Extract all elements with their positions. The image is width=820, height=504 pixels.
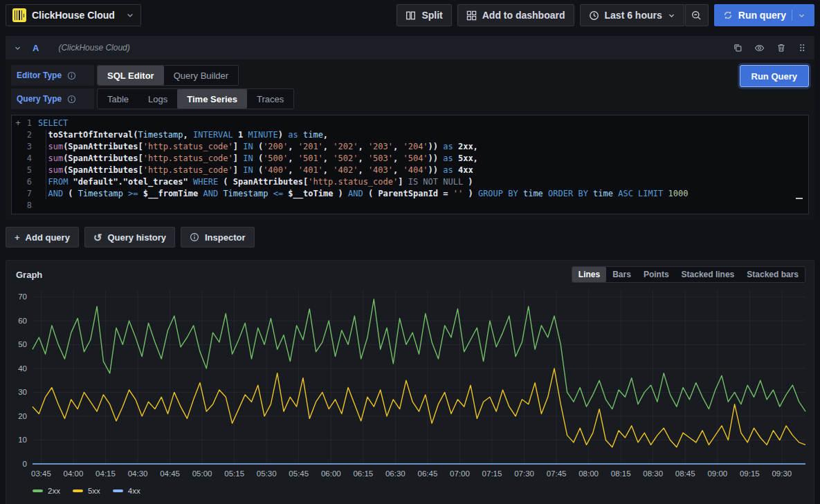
line-number: 5 bbox=[24, 165, 38, 176]
glyph-margin bbox=[12, 141, 24, 153]
duplicate-query-icon[interactable] bbox=[733, 43, 742, 53]
inspector-label: Inspector bbox=[205, 232, 246, 243]
legend-item-5xx[interactable]: 5xx bbox=[73, 487, 100, 495]
add-query-button[interactable]: + Add query bbox=[6, 227, 79, 248]
graph-panel-header: Graph LinesBarsPointsStacked linesStacke… bbox=[12, 265, 808, 284]
y-axis-tick-label: 10 bbox=[18, 436, 27, 444]
series-2xx[interactable] bbox=[33, 299, 805, 411]
x-axis-tick-label: 05:30 bbox=[257, 469, 277, 478]
zoom-out-icon bbox=[691, 10, 702, 21]
legend-item-2xx[interactable]: 2xx bbox=[33, 487, 60, 495]
code-text: AND ( Timestamp >= $__fromTime AND Times… bbox=[38, 188, 808, 200]
legend-label: 4xx bbox=[128, 487, 140, 495]
legend-label: 5xx bbox=[88, 487, 100, 495]
x-axis-tick-label: 09:30 bbox=[772, 469, 792, 478]
legend-item-4xx[interactable]: 4xx bbox=[113, 487, 140, 495]
option-bars[interactable]: Bars bbox=[606, 267, 637, 282]
inspector-button[interactable]: Inspector bbox=[181, 227, 255, 248]
add-to-dashboard-label: Add to dashboard bbox=[482, 10, 565, 21]
line-number: 1 bbox=[24, 118, 38, 129]
glyph-margin bbox=[12, 188, 24, 200]
chevron-down-icon bbox=[668, 12, 675, 19]
delete-query-trash-icon[interactable] bbox=[776, 43, 786, 53]
x-axis-tick-label: 07:45 bbox=[547, 469, 567, 478]
legend-swatch bbox=[113, 489, 123, 492]
hide-response-eye-icon[interactable] bbox=[754, 43, 765, 53]
run-query-inline-button[interactable]: Run Query bbox=[740, 65, 809, 87]
option-lines[interactable]: Lines bbox=[572, 267, 606, 282]
run-query-button[interactable]: Run query bbox=[714, 4, 814, 26]
code-line: 6 FROM "default"."otel_traces" WHERE ( S… bbox=[12, 176, 808, 188]
x-axis-tick-label: 06:45 bbox=[418, 469, 438, 478]
datasource-picker[interactable]: ClickHouse Cloud bbox=[6, 4, 141, 26]
indent-guide bbox=[46, 130, 46, 199]
zoom-out-time-button[interactable] bbox=[685, 4, 709, 26]
add-query-label: Add query bbox=[26, 232, 70, 243]
datasource-name: ClickHouse Cloud bbox=[32, 10, 115, 21]
x-axis-tick-label: 03:45 bbox=[31, 469, 51, 478]
clock-icon bbox=[589, 10, 599, 21]
code-text: SELECT bbox=[38, 118, 808, 129]
option-table[interactable]: Table bbox=[98, 89, 138, 109]
x-axis-tick-label: 06:30 bbox=[385, 469, 406, 478]
query-type-group: TableLogsTime SeriesTraces bbox=[97, 88, 294, 109]
x-axis-tick-label: 08:30 bbox=[643, 469, 663, 478]
glyph-margin bbox=[12, 176, 24, 188]
chart-legend: 2xx5xx4xx bbox=[12, 486, 808, 496]
x-axis-tick-label: 09:15 bbox=[740, 469, 760, 478]
code-text: FROM "default"."otel_traces" WHERE ( Spa… bbox=[38, 176, 808, 188]
x-axis-tick-label: 05:45 bbox=[289, 469, 309, 478]
chevron-down-icon[interactable] bbox=[798, 12, 805, 19]
y-axis-tick-label: 30 bbox=[18, 388, 27, 396]
explore-actions: + Add query ↺ Query history Inspector bbox=[6, 227, 814, 248]
time-series-chart[interactable]: 01020304050607003:4504:0004:1504:3004:45… bbox=[12, 284, 810, 486]
drag-handle-icon[interactable] bbox=[798, 43, 806, 53]
code-line: 8 bbox=[12, 200, 808, 212]
glyph-margin bbox=[12, 200, 24, 212]
query-history-label: Query history bbox=[107, 232, 166, 243]
sql-editor[interactable]: +1SELECT2 toStartOfInterval(Timestamp, I… bbox=[11, 115, 809, 214]
query-row-actions bbox=[733, 43, 806, 53]
code-line: 3 sum(SpanAttributes['http.status_code']… bbox=[12, 141, 808, 153]
expand-plus-icon[interactable]: + bbox=[12, 118, 24, 129]
query-type-label: Query Type bbox=[11, 88, 94, 109]
code-line: 4 sum(SpanAttributes['http.status_code']… bbox=[12, 153, 808, 165]
glyph-margin bbox=[12, 153, 24, 165]
query-datasource-hint: (ClickHouse Cloud) bbox=[58, 43, 129, 53]
top-bar-actions: Split Add to dashboard Last 6 hours bbox=[397, 4, 814, 26]
series-5xx[interactable] bbox=[33, 368, 805, 447]
info-icon[interactable] bbox=[67, 95, 76, 104]
x-axis-tick-label: 04:45 bbox=[160, 469, 180, 478]
split-button[interactable]: Split bbox=[397, 4, 451, 26]
code-text: sum(SpanAttributes['http.status_code'] I… bbox=[38, 153, 808, 165]
collapse-chevron-icon[interactable] bbox=[14, 44, 21, 52]
x-axis-tick-label: 07:15 bbox=[482, 469, 502, 478]
x-axis-tick-label: 09:00 bbox=[707, 469, 727, 478]
x-axis-tick-label: 05:15 bbox=[224, 469, 244, 478]
y-axis-tick-label: 60 bbox=[18, 317, 27, 325]
option-stacked-bars[interactable]: Stacked bars bbox=[740, 267, 805, 282]
info-circle-icon bbox=[190, 232, 199, 242]
line-number: 2 bbox=[24, 129, 38, 141]
query-ref-letter[interactable]: A bbox=[33, 43, 39, 53]
time-range-button[interactable]: Last 6 hours bbox=[580, 4, 684, 26]
add-to-dashboard-button[interactable]: Add to dashboard bbox=[457, 4, 574, 26]
split-label: Split bbox=[421, 10, 442, 21]
option-points[interactable]: Points bbox=[637, 267, 675, 282]
plus-icon: + bbox=[15, 232, 20, 243]
option-time-series[interactable]: Time Series bbox=[177, 89, 247, 109]
top-bar: ClickHouse Cloud Split Add to dashboard … bbox=[0, 0, 820, 30]
clickhouse-logo-icon bbox=[12, 8, 26, 22]
line-number: 7 bbox=[24, 188, 38, 200]
info-icon[interactable] bbox=[67, 71, 76, 80]
option-sql-editor[interactable]: SQL Editor bbox=[98, 66, 164, 85]
query-history-button[interactable]: ↺ Query history bbox=[84, 227, 175, 248]
option-stacked-lines[interactable]: Stacked lines bbox=[675, 267, 741, 282]
query-row-header: A (ClickHouse Cloud) bbox=[6, 36, 814, 59]
history-icon: ↺ bbox=[93, 232, 102, 243]
code-line: +1SELECT bbox=[12, 118, 808, 129]
option-query-builder[interactable]: Query Builder bbox=[164, 66, 238, 85]
option-logs[interactable]: Logs bbox=[138, 89, 177, 109]
y-axis-tick-label: 70 bbox=[18, 292, 27, 301]
option-traces[interactable]: Traces bbox=[247, 89, 293, 109]
